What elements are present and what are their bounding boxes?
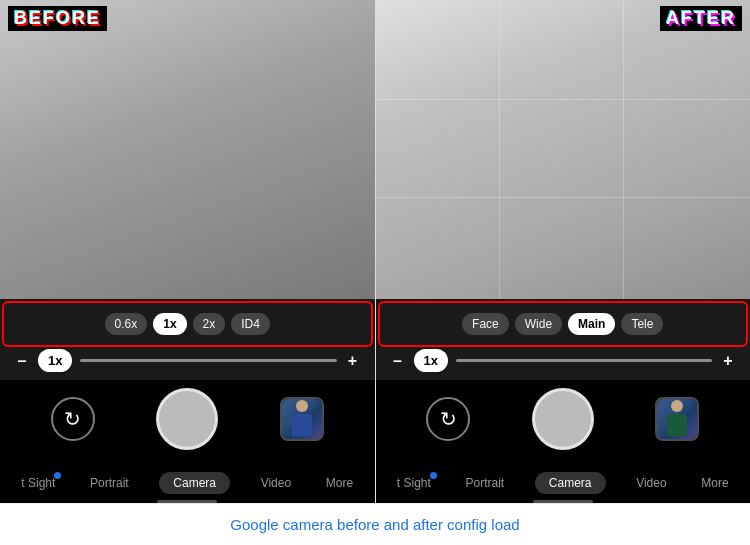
after-nav-sight[interactable]: t Sight: [393, 474, 435, 492]
before-thumbnail-person: [288, 400, 316, 438]
after-action-row: ↻: [376, 380, 751, 462]
after-grid: [376, 0, 751, 299]
zoom-btn-0.6x[interactable]: 0.6x: [105, 313, 148, 335]
after-person-head: [671, 400, 683, 412]
zoom-btn-tele[interactable]: Tele: [621, 313, 663, 335]
after-rotate-button[interactable]: ↻: [426, 397, 470, 441]
before-zoom-current[interactable]: 1x: [38, 349, 72, 372]
before-screen: BEFORE 0.6x 1x 2x ID4 – 1x +: [0, 0, 376, 503]
before-nav-video[interactable]: Video: [257, 474, 295, 492]
after-zoom-track[interactable]: [456, 359, 712, 362]
after-minus-icon[interactable]: –: [390, 352, 406, 370]
before-rotate-icon: ↻: [64, 407, 81, 431]
before-viewfinder: BEFORE: [0, 0, 375, 299]
before-thumbnail[interactable]: [280, 397, 324, 441]
after-thumbnail-inner: [657, 399, 697, 439]
after-nav-camera[interactable]: Camera: [535, 472, 606, 494]
after-zoom-current[interactable]: 1x: [414, 349, 448, 372]
before-blue-dot: [54, 472, 61, 479]
grid-h1: [376, 99, 751, 100]
after-thumbnail-person: [663, 400, 691, 438]
after-person-body: [667, 414, 687, 436]
before-camera-controls: 0.6x 1x 2x ID4 – 1x +: [0, 299, 375, 380]
before-nav-sight[interactable]: t Sight: [17, 474, 59, 492]
after-zoom-presets: Face Wide Main Tele: [386, 307, 741, 341]
main-container: BEFORE 0.6x 1x 2x ID4 – 1x +: [0, 0, 750, 545]
person-head: [296, 400, 308, 412]
after-bottom-nav: t Sight Portrait Camera Video More: [376, 462, 751, 500]
after-viewfinder: AFTER: [376, 0, 751, 299]
after-thumbnail[interactable]: [655, 397, 699, 441]
zoom-btn-face[interactable]: Face: [462, 313, 509, 335]
caption: Google camera before and after config lo…: [0, 503, 750, 545]
after-blue-dot: [430, 472, 437, 479]
before-label: BEFORE: [8, 6, 107, 31]
after-camera-controls: Face Wide Main Tele – 1x +: [376, 299, 751, 380]
after-highlight-box: [378, 301, 749, 347]
zoom-btn-main-active[interactable]: Main: [568, 313, 615, 335]
before-action-row: ↻: [0, 380, 375, 462]
screenshots-row: BEFORE 0.6x 1x 2x ID4 – 1x +: [0, 0, 750, 503]
zoom-btn-id4[interactable]: ID4: [231, 313, 270, 335]
before-thumbnail-inner: [282, 399, 322, 439]
before-nav-more[interactable]: More: [322, 474, 357, 492]
after-scroll-bar: [376, 500, 751, 503]
before-scroll-bar: [0, 500, 375, 503]
after-nav-video[interactable]: Video: [632, 474, 670, 492]
before-highlight-box: [2, 301, 373, 347]
before-scroll-indicator: [157, 500, 217, 503]
after-nav-portrait[interactable]: Portrait: [461, 474, 508, 492]
before-rotate-button[interactable]: ↻: [51, 397, 95, 441]
grid-v1: [499, 0, 500, 299]
after-screen: AFTER Face Wide Main Tele – 1x +: [376, 0, 751, 503]
before-nav-camera[interactable]: Camera: [159, 472, 230, 494]
zoom-btn-2x[interactable]: 2x: [193, 313, 226, 335]
after-label: AFTER: [660, 6, 742, 31]
person-body: [292, 414, 312, 436]
before-zoom-track[interactable]: [80, 359, 336, 362]
after-plus-icon[interactable]: +: [720, 352, 736, 370]
before-zoom-presets: 0.6x 1x 2x ID4: [10, 307, 365, 341]
zoom-btn-1x-active[interactable]: 1x: [153, 313, 186, 335]
after-rotate-icon: ↻: [440, 407, 457, 431]
before-zoom-slider-row: – 1x +: [10, 349, 365, 372]
zoom-btn-wide[interactable]: Wide: [515, 313, 562, 335]
after-nav-more[interactable]: More: [697, 474, 732, 492]
grid-v2: [623, 0, 624, 299]
before-nav-portrait[interactable]: Portrait: [86, 474, 133, 492]
after-zoom-slider-row: – 1x +: [386, 349, 741, 372]
before-bottom-nav: t Sight Portrait Camera Video More: [0, 462, 375, 500]
before-minus-icon[interactable]: –: [14, 352, 30, 370]
after-scroll-indicator: [533, 500, 593, 503]
grid-h2: [376, 197, 751, 198]
after-shutter-button[interactable]: [532, 388, 594, 450]
before-plus-icon[interactable]: +: [345, 352, 361, 370]
before-shutter-button[interactable]: [156, 388, 218, 450]
